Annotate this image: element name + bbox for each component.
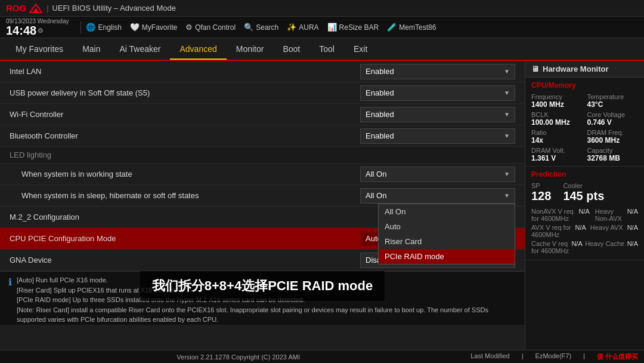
nav-item-exit[interactable]: Exit	[344, 39, 377, 59]
corevolt-label: Core Voltage	[587, 111, 639, 118]
dropdown-arrow-usb-power: ▼	[504, 90, 510, 96]
nav-item-boot[interactable]: Boot	[273, 39, 309, 59]
dropdown-option-pcie-raid[interactable]: PCIe RAID mode	[379, 249, 515, 264]
last-modified-label: Last Modified	[470, 352, 509, 361]
setting-name-led-sleep: When system is in sleep, hibernate or so…	[10, 191, 360, 200]
nav-item-favorites[interactable]: My Favorites	[6, 39, 73, 59]
setting-value-intel-lan[interactable]: Enabled ▼	[360, 64, 515, 79]
dropdown-arrow-wifi: ▼	[504, 111, 510, 118]
bclk-value: 100.00 MHz	[531, 118, 583, 127]
aura-icon: ✨	[287, 23, 296, 32]
bar-icon: 📊	[327, 23, 337, 32]
nav-item-main[interactable]: Main	[73, 39, 110, 59]
heart-icon: 🤍	[130, 23, 140, 32]
setting-name-cpu-pcie: CPU PCIE Configuration Mode	[10, 234, 360, 243]
rog-text: ROG	[6, 3, 26, 13]
dropdown-arrow-led-working: ▼	[504, 171, 510, 177]
divider	[80, 21, 81, 33]
status-right: Last Modified | EzMode(F7) | 值 什么值得买	[470, 352, 638, 361]
setting-name-usb-power: USB power delivery in Soft Off state (S5…	[10, 88, 360, 97]
dropdown-arrow-led-sleep: ▼	[504, 192, 510, 199]
setting-dropdown-usb-power[interactable]: Enabled ▼	[360, 85, 515, 101]
nav-item-tool[interactable]: Tool	[309, 39, 344, 59]
toolbar-search[interactable]: 🔍 Search	[244, 23, 278, 32]
toolbar-aura[interactable]: ✨ AURA	[287, 23, 318, 32]
info-box: ℹ [Auto] Run full PCIe X16 mode. [Riser …	[0, 271, 525, 325]
content-area: Intel LAN Enabled ▼ USB power delivery i…	[0, 61, 525, 350]
toolbar-myfavorite[interactable]: 🤍 MyFavorite	[130, 23, 177, 32]
nav-bar: My Favorites Main Ai Tweaker Advanced Mo…	[0, 38, 644, 61]
nav-item-monitor[interactable]: Monitor	[227, 39, 274, 59]
dropdown-option-auto[interactable]: Auto	[379, 219, 515, 234]
temp-value: 43°C	[587, 100, 639, 109]
globe-icon: 🌐	[86, 23, 95, 32]
version-text: Version 2.21.1278 Copyright (C) 2023 AMI	[177, 353, 300, 361]
footer-version: Version 2.21.1278 Copyright (C) 2023 AMI	[6, 353, 470, 361]
sp-value: 128	[531, 189, 551, 203]
gear-icon[interactable]: ⚙	[38, 27, 44, 35]
title-bar: ROG | UEFI BIOS Utility – Advanced Mode	[0, 0, 644, 17]
setting-dropdown-wifi[interactable]: Enabled ▼	[360, 107, 515, 122]
setting-value-led-sleep[interactable]: All On ▼ All On Auto Riser Card PCIe RAI…	[360, 188, 515, 204]
setting-value-wifi[interactable]: Enabled ▼	[360, 107, 515, 122]
setting-name-wifi: Wi-Fi Controller	[10, 110, 360, 119]
datetime: 09/13/2023 Wednesday 14:48 ⚙	[6, 18, 69, 36]
top-bar: 09/13/2023 Wednesday 14:48 ⚙ 🌐 English 🤍…	[0, 17, 644, 38]
toolbar-english[interactable]: 🌐 English	[86, 23, 121, 32]
dropdown-menu-led-sleep: All On Auto Riser Card PCIe RAID mode	[378, 204, 515, 264]
overlay-wrapper: Intel LAN Enabled ▼ USB power delivery i…	[0, 61, 525, 325]
setting-value-led-working[interactable]: All On ▼	[360, 167, 515, 182]
toolbar-memtest[interactable]: 🧪 MemTest86	[387, 23, 436, 32]
setting-row-intel-lan: Intel LAN Enabled ▼	[0, 61, 525, 82]
cooler-label: Cooler	[563, 182, 604, 189]
rog-logo: ROG	[6, 3, 43, 14]
divider-status2: |	[583, 352, 585, 361]
toolbar-resizebar[interactable]: 📊 ReSize BAR	[327, 23, 379, 32]
setting-value-usb-power[interactable]: Enabled ▼	[360, 85, 515, 101]
toolbar-qfan-label: Qfan Control	[195, 23, 236, 32]
ez-mode-label[interactable]: EzMode(F7)	[535, 352, 572, 361]
freq-label: Frequency	[531, 93, 583, 100]
setting-dropdown-bluetooth[interactable]: Enabled ▼	[360, 128, 515, 144]
setting-name-intel-lan: Intel LAN	[10, 67, 360, 76]
divider-status: |	[522, 352, 524, 361]
panel-section-cpu-title: CPU/Memory	[531, 81, 638, 90]
pred-row-avx: AVX V req for4600MHz N/A Heavy AVX N/A	[531, 224, 638, 238]
dropdown-arrow-bluetooth: ▼	[504, 133, 510, 139]
panel-section-pred-title: Prediction	[531, 170, 638, 179]
nav-item-aitweaker[interactable]: Ai Tweaker	[110, 39, 170, 59]
freq-value: 1400 MHz	[531, 100, 583, 109]
setting-value-bluetooth[interactable]: Enabled ▼	[360, 128, 515, 144]
panel-title: 🖥 Hardware Monitor	[525, 61, 644, 78]
rog-icon	[29, 3, 43, 14]
toolbar-myfavorite-label: MyFavorite	[142, 23, 177, 32]
info-icon: ℹ	[8, 276, 12, 321]
capacity-label: Capacity	[587, 147, 639, 154]
sp-label: SP	[531, 182, 551, 189]
setting-row-wifi: Wi-Fi Controller Enabled ▼	[0, 104, 525, 125]
setting-dropdown-led-working[interactable]: All On ▼	[360, 167, 515, 182]
setting-dropdown-led-sleep[interactable]: All On ▼	[360, 188, 515, 204]
nav-item-advanced[interactable]: Advanced	[170, 39, 226, 60]
fan-icon: ⚙	[185, 23, 193, 32]
toolbar-qfan[interactable]: ⚙ Qfan Control	[185, 23, 236, 32]
ratio-label: Ratio	[531, 129, 583, 136]
setting-row-bluetooth: Bluetooth Controller Enabled ▼	[0, 125, 525, 147]
dropdown-arrow-intel-lan: ▼	[504, 68, 510, 75]
setting-dropdown-intel-lan[interactable]: Enabled ▼	[360, 64, 515, 79]
dramfreq-label: DRAM Freq.	[587, 129, 639, 136]
toolbar-resizebar-label: ReSize BAR	[339, 23, 379, 32]
setting-name-led-working: When system is in working state	[10, 170, 360, 179]
setting-row-led-sleep: When system is in sleep, hibernate or so…	[0, 185, 525, 207]
search-icon: 🔍	[244, 23, 253, 32]
dramvolt-label: DRAM Volt.	[531, 147, 583, 154]
setting-row-led-working: When system is in working state All On ▼	[0, 164, 525, 185]
capacity-value: 32768 MB	[587, 154, 639, 162]
setting-row-usb-power: USB power delivery in Soft Off state (S5…	[0, 82, 525, 104]
dropdown-option-allon[interactable]: All On	[379, 204, 515, 219]
dramfreq-value: 3600 MHz	[587, 136, 639, 144]
panel-section-cpu: CPU/Memory Frequency 1400 MHz Temperatur…	[525, 78, 644, 167]
panel-cpu-grid: Frequency 1400 MHz Temperature 43°C BCLK…	[531, 93, 638, 162]
settings-table: Intel LAN Enabled ▼ USB power delivery i…	[0, 61, 525, 271]
dropdown-option-risercard[interactable]: Riser Card	[379, 234, 515, 249]
